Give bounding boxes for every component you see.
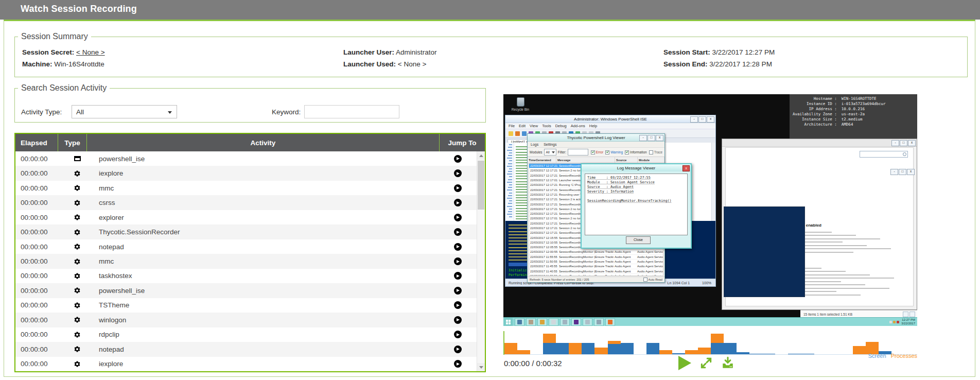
log-row[interactable]: 22/03/2017 11:55:55SessionRecordingMonit… bbox=[529, 255, 663, 260]
taskbar-app-icon[interactable] bbox=[605, 318, 615, 326]
jump-to-play-button[interactable] bbox=[454, 199, 462, 206]
filter-input[interactable] bbox=[568, 149, 588, 156]
menu-item[interactable]: File bbox=[509, 124, 515, 128]
scroll-down-icon[interactable] bbox=[477, 363, 485, 371]
maximize-icon[interactable]: □ bbox=[647, 135, 655, 141]
download-icon[interactable] bbox=[721, 356, 734, 370]
timeline-bar[interactable] bbox=[685, 350, 698, 354]
keyword-input[interactable] bbox=[304, 105, 399, 118]
taskbar-app-icon[interactable] bbox=[515, 318, 524, 326]
taskbar-app-icon[interactable] bbox=[526, 318, 536, 326]
scroll-up-icon[interactable] bbox=[477, 151, 485, 160]
activity-timeline[interactable]: Screen Processes bbox=[503, 331, 917, 355]
fullscreen-icon[interactable] bbox=[699, 356, 713, 370]
close-button[interactable]: Close bbox=[626, 236, 651, 244]
timeline-bar[interactable] bbox=[762, 354, 775, 354]
taskbar-app-icon[interactable] bbox=[594, 318, 604, 326]
taskbar-app-icon[interactable] bbox=[549, 318, 558, 326]
checkbox-warning[interactable]: Warning bbox=[605, 150, 623, 154]
maximize-icon[interactable]: □ bbox=[899, 169, 906, 175]
menu-item[interactable]: Debug bbox=[555, 124, 567, 128]
auto-read-checkbox[interactable]: Auto Read bbox=[643, 278, 662, 282]
jump-to-play-button[interactable] bbox=[454, 155, 462, 163]
close-icon[interactable]: x bbox=[908, 140, 916, 146]
menu-item[interactable]: Add-ons bbox=[571, 124, 585, 128]
jump-to-play-button[interactable] bbox=[454, 257, 462, 265]
timeline-bar[interactable] bbox=[517, 350, 530, 354]
taskbar-app-icon[interactable] bbox=[537, 318, 547, 326]
timeline-bar[interactable] bbox=[801, 354, 814, 354]
timeline-bar[interactable] bbox=[698, 348, 711, 354]
log-row[interactable]: 22/03/2017 11:35:55SessionRecordingMonit… bbox=[529, 274, 663, 276]
modules-select[interactable]: All bbox=[544, 149, 556, 156]
jump-to-play-button[interactable] bbox=[454, 214, 462, 221]
timeline-bar[interactable] bbox=[711, 334, 724, 354]
ise-menubar[interactable]: FileEditViewToolsDebugAdd-onsHelp bbox=[505, 123, 715, 129]
start-button[interactable] bbox=[503, 318, 513, 326]
close-icon[interactable]: x bbox=[707, 116, 714, 123]
maximize-icon[interactable]: □ bbox=[698, 116, 706, 123]
taskbar-app-icon[interactable] bbox=[560, 318, 570, 326]
jump-to-play-button[interactable] bbox=[454, 272, 462, 280]
log-row[interactable]: 22/03/2017 11:50:55SessionRecordingMonit… bbox=[529, 260, 663, 264]
minimize-icon[interactable]: - bbox=[890, 169, 898, 175]
jump-to-play-button[interactable] bbox=[454, 346, 462, 353]
taskbar-clock[interactable]: 12:27 PM 3/22/2017 bbox=[901, 318, 915, 325]
session-recording-video[interactable]: Recycle Bin Hostname : WIN-16S4ROTTDTE I… bbox=[503, 94, 917, 326]
timeline-playhead[interactable] bbox=[503, 331, 504, 355]
timeline-bar[interactable] bbox=[621, 343, 634, 354]
jump-to-play-button[interactable] bbox=[454, 184, 462, 192]
checkbox-information[interactable]: Information bbox=[625, 150, 647, 154]
search-box[interactable] bbox=[860, 151, 908, 158]
table-scrollbar[interactable] bbox=[477, 151, 485, 371]
timeline-bar[interactable] bbox=[788, 354, 801, 354]
jump-to-play-button[interactable] bbox=[454, 360, 462, 368]
toolbar-icon[interactable] bbox=[515, 131, 520, 136]
log-viewer-menubar[interactable]: LogsSettings bbox=[528, 142, 664, 148]
close-icon[interactable]: x bbox=[656, 135, 663, 141]
jump-to-play-button[interactable] bbox=[454, 316, 462, 324]
timeline-bar[interactable] bbox=[582, 343, 594, 354]
jump-to-play-button[interactable] bbox=[454, 243, 462, 251]
timeline-bar[interactable] bbox=[504, 343, 517, 354]
taskbar-app-icon[interactable] bbox=[583, 318, 592, 326]
taskbar-app-icon[interactable] bbox=[571, 318, 581, 326]
timeline-bar[interactable] bbox=[853, 346, 866, 354]
jump-to-play-button[interactable] bbox=[454, 331, 462, 338]
menu-item[interactable]: Settings bbox=[544, 143, 556, 146]
timeline-bar[interactable] bbox=[672, 353, 685, 354]
timeline-bar[interactable] bbox=[724, 343, 737, 354]
timeline-bar[interactable] bbox=[749, 354, 762, 354]
menu-item[interactable]: Tools bbox=[542, 124, 551, 128]
checkbox-trace[interactable]: Trace bbox=[649, 150, 662, 154]
log-row[interactable]: 22/03/2017 11:45:55SessionRecordingMonit… bbox=[529, 264, 663, 269]
menu-item[interactable]: View bbox=[530, 124, 538, 128]
activity-type-select[interactable]: All bbox=[72, 105, 177, 118]
timeline-bar[interactable] bbox=[594, 348, 607, 354]
timeline-bar[interactable] bbox=[646, 343, 659, 354]
close-icon[interactable]: x bbox=[682, 165, 690, 171]
timeline-bar[interactable] bbox=[556, 343, 569, 354]
close-icon[interactable]: x bbox=[907, 169, 915, 175]
minimize-icon[interactable]: - bbox=[891, 140, 899, 146]
maximize-icon[interactable]: □ bbox=[900, 140, 907, 146]
toolbar-icon[interactable] bbox=[509, 131, 513, 136]
view-toggle-icons[interactable] bbox=[903, 312, 915, 317]
menu-item[interactable]: Help bbox=[589, 124, 597, 128]
timeline-bar[interactable] bbox=[543, 334, 556, 354]
timeline-bar[interactable] bbox=[569, 343, 582, 354]
jump-to-play-button[interactable] bbox=[454, 287, 462, 295]
checkbox-error[interactable]: Error bbox=[591, 150, 603, 154]
timeline-bar[interactable] bbox=[737, 352, 749, 354]
jump-to-play-button[interactable] bbox=[454, 228, 462, 236]
ise-scrollbar[interactable] bbox=[711, 143, 715, 221]
menu-item[interactable]: Edit bbox=[519, 124, 526, 128]
timeline-bar[interactable] bbox=[659, 350, 672, 354]
jump-to-play-button[interactable] bbox=[454, 169, 462, 177]
log-row[interactable]: 22/03/2017 12:00:55SessionRecordingMonit… bbox=[529, 250, 663, 254]
toolbar-icon[interactable] bbox=[522, 131, 527, 136]
scrollbar-thumb[interactable] bbox=[478, 161, 484, 210]
session-secret-link[interactable]: < None > bbox=[76, 48, 105, 56]
timeline-bars[interactable] bbox=[504, 331, 917, 354]
minimize-icon[interactable]: - bbox=[639, 135, 647, 141]
